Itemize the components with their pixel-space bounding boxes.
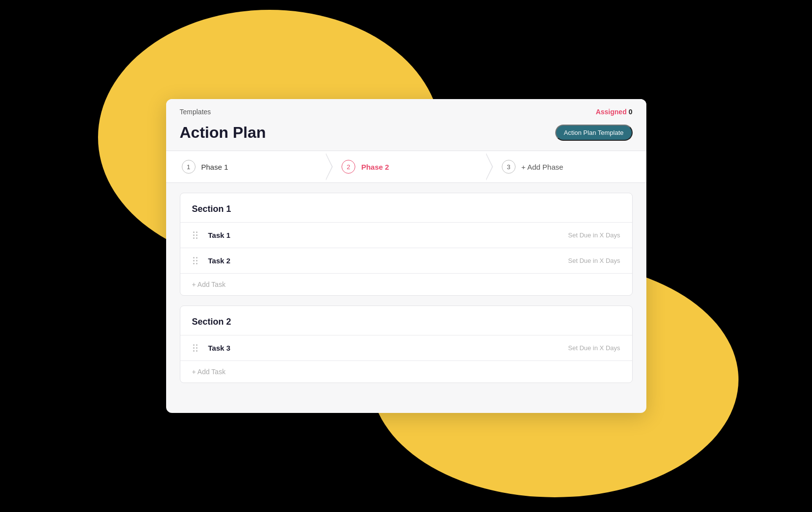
- assigned-badge: Assigned 0: [596, 108, 633, 116]
- page-title: Action Plan: [180, 124, 266, 142]
- phase-name-2: Phase 2: [361, 163, 389, 171]
- breadcrumb: Templates: [180, 108, 211, 116]
- template-badge-button[interactable]: Action Plan Template: [555, 125, 633, 141]
- phase-tab-1[interactable]: 1 Phase 1: [166, 151, 326, 182]
- task-2-due: Set Due in X Days: [568, 257, 620, 264]
- assigned-count: 0: [629, 108, 633, 116]
- phase-num-1: 1: [182, 160, 196, 174]
- add-task-row-2: + Add Task: [180, 361, 632, 383]
- content-area: Section 1 Task 1 Set Due in X Days Task …: [166, 193, 646, 397]
- task-3-due: Set Due in X Days: [568, 344, 620, 352]
- add-task-button-1[interactable]: + Add Task: [192, 281, 226, 288]
- phase-num-2: 2: [342, 160, 355, 174]
- drag-handle-task-3[interactable]: [192, 343, 198, 353]
- task-row: Task 3 Set Due in X Days: [180, 335, 632, 361]
- section-card-2: Section 2 Task 3 Set Due in X Days + Add…: [180, 306, 633, 383]
- drag-handle-task-2[interactable]: [192, 256, 198, 265]
- task-row: Task 1 Set Due in X Days: [180, 223, 632, 248]
- phase-tab-2[interactable]: 2 Phase 2: [326, 151, 486, 182]
- phase-tabs: 1 Phase 1 2 Phase 2 3 + Add Phase: [166, 151, 646, 183]
- main-card: Templates Assigned 0 Action Plan Action …: [166, 99, 646, 413]
- phase-num-3: 3: [502, 160, 516, 174]
- task-1-due: Set Due in X Days: [568, 231, 620, 239]
- phase-name-add: + Add Phase: [521, 163, 564, 171]
- task-3-name: Task 3: [208, 344, 559, 352]
- add-task-button-2[interactable]: + Add Task: [192, 368, 226, 376]
- phase-name-1: Phase 1: [201, 163, 228, 171]
- phase-tab-add[interactable]: 3 + Add Phase: [486, 151, 646, 182]
- section-2-header: Section 2: [180, 306, 632, 335]
- section-card-1: Section 1 Task 1 Set Due in X Days Task …: [180, 193, 633, 296]
- task-1-name: Task 1: [208, 231, 559, 239]
- drag-handle-task-1[interactable]: [192, 230, 198, 240]
- section-1-header: Section 1: [180, 193, 632, 223]
- add-task-row-1: + Add Task: [180, 274, 632, 295]
- assigned-label: Assigned: [596, 108, 627, 116]
- task-row: Task 2 Set Due in X Days: [180, 248, 632, 274]
- task-2-name: Task 2: [208, 256, 559, 265]
- top-bar: Templates Assigned 0: [166, 99, 646, 122]
- title-row: Action Plan Action Plan Template: [166, 122, 646, 151]
